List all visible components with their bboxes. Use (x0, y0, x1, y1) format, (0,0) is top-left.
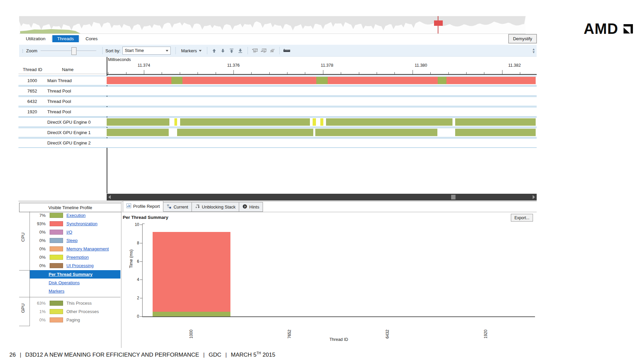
export-button[interactable]: Export... (511, 214, 533, 222)
amd-logo: AMD (584, 21, 634, 36)
thread-row[interactable]: DirectX GPU Engine 0 (18, 117, 537, 127)
major-tick (413, 70, 413, 74)
legend-row: 0%Paging (30, 316, 121, 324)
markers-label: Markers (181, 48, 197, 53)
reset-zoom-icon[interactable] (268, 47, 277, 55)
thread-activity-track[interactable] (107, 138, 536, 147)
legend-percent: 7% (30, 213, 46, 218)
slide-footer: 26 | D3D12 A NEW MEANING FOR EFFICIENCY … (9, 351, 275, 358)
chart-y-tick-label: 0 (129, 314, 139, 319)
move-to-bottom-icon[interactable] (236, 47, 245, 55)
chart-y-tick (140, 316, 142, 317)
toolbar: ⋮ Zoom Sort by: Start Time Markers + (19, 45, 537, 57)
report-nav-item[interactable]: Disk Operations (30, 279, 120, 287)
thread-name-cell: Thread Pool (47, 107, 106, 116)
chart-y-tick (140, 280, 142, 280)
timeline-horizontal-scrollbar[interactable] (107, 194, 537, 200)
report-nav-link[interactable]: Per Thread Summary (49, 272, 93, 277)
legend-row: 0%Memory Management (30, 245, 121, 253)
legend-label[interactable]: Memory Management (66, 246, 109, 251)
legend-label[interactable]: I/O (66, 230, 72, 235)
thread-row[interactable]: 7652Thread Pool (18, 86, 537, 96)
bar-execution (153, 312, 230, 316)
thread-activity-track[interactable] (107, 76, 536, 85)
panel-divider (18, 201, 537, 201)
minimap-position-marker-box[interactable] (434, 20, 443, 26)
report-tab-current[interactable]: Current (163, 202, 192, 212)
ruler-tick-label: 11.374 (138, 63, 150, 68)
thread-row-list: 1000Main Thread7652Thread Pool6432Thread… (18, 76, 537, 148)
legend-label[interactable]: Sleep (66, 238, 77, 243)
zoom-out-selection-icon[interactable]: + (259, 47, 268, 55)
legend-label[interactable]: UI Processing (66, 263, 94, 268)
sort-by-value: Start Time (125, 48, 144, 53)
cpu-section-label: CPU (20, 231, 25, 244)
legend-color-swatch (50, 317, 63, 322)
legend-section-rule (19, 270, 30, 270)
thread-row[interactable]: DirectX GPU Engine 2 (18, 138, 537, 148)
scrollbar-thumb[interactable] (451, 195, 455, 199)
toolbar-separator (207, 47, 207, 54)
legend-row: 0%I/O (30, 228, 121, 236)
legend-label: Other Processes (66, 309, 99, 314)
tab-utilization[interactable]: Utilization (21, 35, 51, 42)
thread-row[interactable]: DirectX GPU Engine 1 (18, 128, 537, 137)
report-nav-item[interactable]: Per Thread Summary (30, 270, 120, 279)
zoom-slider-thumb[interactable] (71, 47, 76, 55)
thread-activity-track[interactable] (107, 97, 536, 106)
move-to-top-icon[interactable] (227, 47, 236, 55)
thread-activity-track[interactable] (107, 128, 536, 137)
measure-ruler-icon[interactable] (282, 47, 291, 55)
thread-row[interactable]: 1000Main Thread (18, 76, 537, 85)
thread-row[interactable]: 6432Thread Pool (18, 97, 537, 106)
zoom-slider[interactable] (41, 47, 96, 54)
ruler-tick-label: 11.380 (415, 63, 427, 68)
thread-activity-track[interactable] (107, 118, 536, 127)
thread-row[interactable]: 1920Thread Pool (18, 107, 537, 117)
report-tab-hints[interactable]: ?Hints (239, 202, 263, 212)
gpu-segment (107, 129, 169, 136)
chart-x-axis (142, 316, 535, 317)
report-nav-link[interactable]: Disk Operations (49, 280, 79, 285)
report-nav-item[interactable]: Markers (30, 287, 120, 295)
legend-color-swatch (50, 255, 63, 260)
thread-name-cell: DirectX GPU Engine 0 (47, 118, 106, 127)
report-nav-link[interactable]: Markers (49, 289, 64, 294)
report-tab-label: Profile Report (133, 204, 160, 209)
tab-threads[interactable]: Threads (52, 35, 79, 42)
thread-activity-track[interactable] (107, 107, 536, 116)
header-underline (18, 74, 107, 74)
zoom-slider-track[interactable] (41, 50, 96, 52)
legend-vertical-rule (30, 212, 30, 326)
column-header-name[interactable]: Name (47, 67, 89, 72)
toolbar-grip-icon[interactable]: ⋮ (20, 48, 24, 53)
gpu-segment (455, 129, 536, 136)
legend-label[interactable]: Synchronization (66, 221, 98, 226)
legend-label[interactable]: Execution (66, 213, 86, 218)
cpu-legend-rows: 7%Execution93%Synchronization0%I/O0%Slee… (30, 211, 121, 270)
scroll-left-icon[interactable] (108, 195, 111, 199)
tab-cores[interactable]: Cores (80, 35, 103, 42)
markers-dropdown-button[interactable]: Markers (178, 48, 204, 54)
report-tab-profile-report[interactable]: Profile Report (123, 201, 163, 212)
thread-activity-track[interactable] (107, 86, 536, 96)
demystify-button[interactable]: Demystify (508, 34, 537, 43)
move-up-icon[interactable] (210, 47, 219, 55)
sort-by-dropdown[interactable]: Start Time (122, 47, 171, 55)
scroll-right-icon[interactable] (533, 195, 535, 199)
sync-segment (107, 77, 171, 84)
ruler-tick-label: 11.378 (321, 63, 333, 68)
zoom-in-selection-icon[interactable]: + (251, 47, 259, 55)
footer-separator: | (225, 352, 227, 358)
report-tab-unblocking-stack[interactable]: Unblocking Stack (192, 202, 239, 212)
timeline-minimap[interactable] (19, 16, 526, 34)
column-header-thread-id[interactable]: Thread ID (18, 67, 47, 72)
tab-separator (79, 36, 80, 42)
thread-id-cell: 6432 (18, 97, 46, 106)
legend-label[interactable]: Preemption (66, 255, 89, 260)
toolbar-overflow-icon[interactable]: ▲▼ (532, 48, 535, 54)
slide-canvas: Utilization Threads Cores Demystify ⋮ Zo… (0, 0, 644, 362)
major-tick (502, 70, 502, 74)
move-down-icon[interactable] (219, 47, 227, 55)
hints-icon: ? (243, 204, 247, 210)
